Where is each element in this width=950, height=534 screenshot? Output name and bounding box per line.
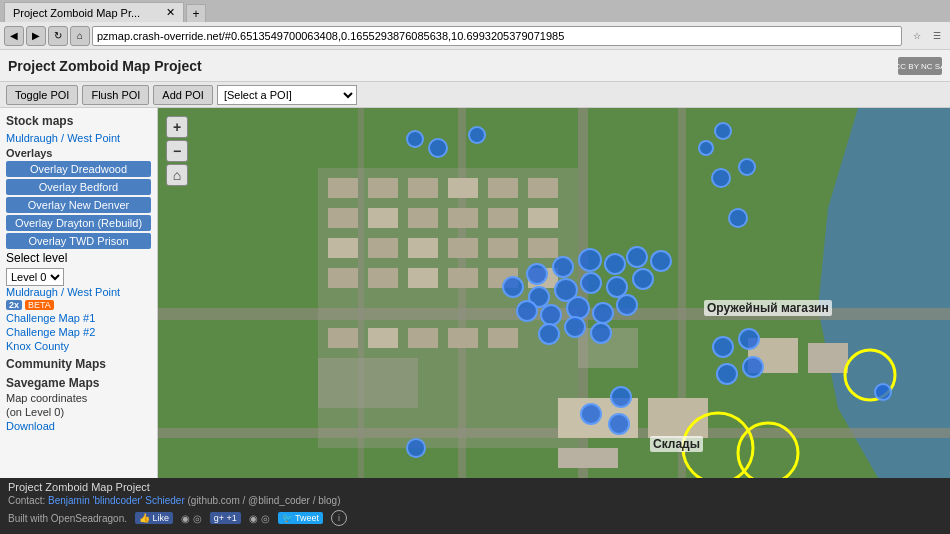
poi-marker[interactable] [406,438,426,458]
svg-rect-27 [488,238,518,258]
overlay-drayton-btn[interactable]: Overlay Drayton (Rebuild) [6,215,151,231]
poi-marker[interactable] [632,268,654,290]
overlay-newdenver-btn[interactable]: Overlay New Denver [6,197,151,213]
select-level-row: Select level [6,251,151,265]
tab-title: Project Zomboid Map Pr... [13,7,140,19]
poi-marker[interactable] [738,158,756,176]
address-bar[interactable] [92,26,902,46]
poi-marker[interactable] [564,316,586,338]
poi-marker[interactable] [590,322,612,344]
poi-marker[interactable] [580,403,602,425]
svg-rect-19 [408,208,438,228]
svg-rect-39 [488,328,518,348]
home-btn[interactable]: ⌂ [70,26,90,46]
svg-rect-13 [408,178,438,198]
poi-marker[interactable] [698,140,714,156]
settings-icon[interactable]: ☰ [928,27,946,45]
share-count: ◉ ◎ [249,513,270,524]
svg-rect-20 [448,208,478,228]
home-map-btn[interactable]: ⌂ [166,164,188,186]
twitter-tweet-btn[interactable]: 🐦 Tweet [278,512,323,524]
active-tab[interactable]: Project Zomboid Map Pr... ✕ [4,2,184,22]
poi-marker[interactable] [526,263,548,285]
footer-contact: Contact: Benjamin 'blindcoder' Schieder … [8,495,942,506]
sidebar: Stock maps Muldraugh / West Point Overla… [0,108,158,478]
poi-marker[interactable] [578,248,602,272]
poi-marker[interactable] [712,336,734,358]
reload-btn[interactable]: ↻ [48,26,68,46]
info-btn[interactable]: i [331,510,347,526]
poi-marker[interactable] [406,130,424,148]
footer-contact-link[interactable]: Benjamin 'blindcoder' Schieder [48,495,185,506]
poi-marker[interactable] [714,122,732,140]
poi-marker[interactable] [610,386,632,408]
map-controls: + − ⌂ [166,116,188,186]
poi-marker[interactable] [716,363,738,385]
muldraugh-westpoint-link[interactable]: Muldraugh / West Point [6,286,151,298]
cc-icon: CC BY NC SA [898,57,942,75]
poi-marker[interactable] [738,328,760,350]
app-title: Project Zomboid Map Project [8,58,202,74]
svg-rect-25 [408,238,438,258]
poi-marker[interactable] [552,256,574,278]
google-plus-btn[interactable]: g+ +1 [210,512,241,524]
svg-rect-29 [328,268,358,288]
poi-marker[interactable] [604,253,626,275]
two-x-badge: 2x [6,300,22,310]
poi-marker[interactable] [428,138,448,158]
select-level-label: Select level [6,251,67,265]
poi-marker[interactable] [711,168,731,188]
svg-rect-12 [368,178,398,198]
poi-marker[interactable] [874,383,892,401]
poi-marker[interactable] [592,302,614,324]
poi-marker[interactable] [538,323,560,345]
footer-contact-prefix: Contact: [8,495,48,506]
overlay-bedford-btn[interactable]: Overlay Bedford [6,179,151,195]
zoom-out-btn[interactable]: − [166,140,188,162]
stock-maps-heading: Stock maps [6,114,151,128]
poi-marker[interactable] [650,250,672,272]
toggle-poi-btn[interactable]: Toggle POI [6,85,78,105]
knox-county-link[interactable]: Knox County [6,340,151,352]
poi-marker[interactable] [502,276,524,298]
overlay-dreadwood-btn[interactable]: Overlay Dreadwood [6,161,151,177]
bookmark-icon[interactable]: ☆ [908,27,926,45]
svg-rect-38 [448,328,478,348]
level-select[interactable]: Level 0 [6,268,64,286]
svg-rect-43 [318,358,418,408]
poi-marker[interactable] [608,413,630,435]
poi-marker[interactable] [626,246,648,268]
poi-marker[interactable] [580,272,602,294]
svg-rect-42 [558,448,618,468]
flush-poi-btn[interactable]: Flush POI [82,85,149,105]
overlay-twd-btn[interactable]: Overlay TWD Prison [6,233,151,249]
svg-text:CC BY NC SA: CC BY NC SA [898,62,942,71]
tab-close-btn[interactable]: ✕ [166,6,175,19]
challenge-map-1-link[interactable]: Challenge Map #1 [6,312,151,324]
new-tab-btn[interactable]: + [186,4,206,22]
download-link[interactable]: Download [6,420,151,432]
poi-marker[interactable] [728,208,748,228]
poi-marker[interactable] [742,356,764,378]
like-count: ◉ ◎ [181,513,202,524]
main-content: Stock maps Muldraugh / West Point Overla… [0,108,950,478]
back-btn[interactable]: ◀ [4,26,24,46]
svg-rect-46 [808,343,848,373]
facebook-like-btn[interactable]: 👍 Like [135,512,173,524]
add-poi-btn[interactable]: Add POI [153,85,213,105]
app-header: Project Zomboid Map Project CC BY NC SA [0,50,950,82]
footer-contact-links: (github.com / @blind_coder / blog) [188,495,341,506]
svg-rect-30 [368,268,398,288]
poi-select[interactable]: [Select a POI] [217,85,357,105]
poi-marker[interactable] [616,294,638,316]
challenge-map-2-link[interactable]: Challenge Map #2 [6,326,151,338]
zoom-in-btn[interactable]: + [166,116,188,138]
footer-title: Project Zomboid Map Project [8,481,942,493]
poi-marker[interactable] [516,300,538,322]
map-container[interactable]: Оружейный магазин Склады + − ⌂ [158,108,950,478]
savegame-maps-heading: Savegame Maps [6,376,151,390]
muldraugh-link[interactable]: Muldraugh / West Point [6,132,151,144]
svg-rect-26 [448,238,478,258]
poi-marker[interactable] [468,126,486,144]
forward-btn[interactable]: ▶ [26,26,46,46]
